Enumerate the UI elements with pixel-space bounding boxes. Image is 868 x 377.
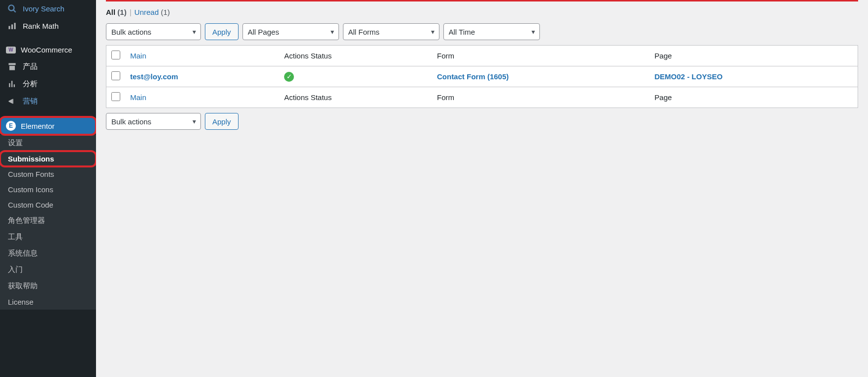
row-main-link[interactable]: test@loy.com (130, 72, 178, 81)
submenu-submissions[interactable]: Submissions (0, 151, 96, 166)
submenu-custom-icons[interactable]: Custom Icons (0, 182, 96, 197)
col-page: Page (655, 52, 672, 60)
row-page-link[interactable]: DEMO02 - LOYSEO (655, 72, 723, 81)
svg-rect-9 (13, 84, 14, 87)
sidebar-item-ivory-search[interactable]: Ivory Search (0, 0, 96, 17)
elementor-submenu: 设置 Submissions Custom Fonts Custom Icons… (0, 135, 96, 310)
analytics-icon (6, 79, 18, 89)
sidebar-item-rank-math[interactable]: Rank Math (0, 17, 96, 35)
megaphone-icon (6, 97, 18, 106)
col-form: Form (437, 52, 454, 60)
submenu-custom-code[interactable]: Custom Code (0, 197, 96, 213)
filter-unread-count: (1) (161, 8, 170, 16)
col-actions-status-foot: Actions Status (284, 93, 332, 102)
tablenav-top: Bulk actions Apply All Pages All Forms A… (106, 23, 858, 40)
search-icon (6, 4, 18, 13)
svg-point-0 (8, 5, 14, 10)
submenu-custom-fonts[interactable]: Custom Fonts (0, 166, 96, 182)
admin-sidebar: Ivory Search Rank Math W WooCommerce 产品 … (0, 0, 96, 377)
filter-all-label: All (106, 8, 115, 16)
bulk-actions-select[interactable]: Bulk actions (106, 23, 201, 40)
submissions-table: Main Actions Status Form Page test@loy.c… (106, 45, 858, 108)
filter-unread-label: Unread (135, 8, 159, 16)
submenu-license[interactable]: License (0, 294, 96, 310)
svg-rect-5 (8, 63, 15, 65)
col-page-foot: Page (655, 93, 672, 102)
sidebar-item-woocommerce[interactable]: W WooCommerce (0, 42, 96, 58)
status-filters: All (1) | Unread (1) (106, 8, 858, 16)
svg-rect-4 (14, 23, 15, 29)
filter-all[interactable]: All (1) (106, 8, 127, 16)
row-select[interactable] (111, 71, 120, 80)
apply-button-top[interactable]: Apply (205, 23, 239, 40)
sidebar-item-label: 营销 (23, 97, 38, 106)
bulk-actions-select-bottom[interactable]: Bulk actions (106, 113, 201, 130)
all-forms-select[interactable]: All Forms (343, 23, 439, 40)
all-pages-select[interactable]: All Pages (242, 23, 339, 40)
svg-rect-3 (11, 24, 12, 29)
sidebar-item-elementor[interactable]: E Elementor (0, 117, 96, 135)
sidebar-item-label: WooCommerce (21, 46, 72, 54)
submenu-role-manager[interactable]: 角色管理器 (0, 213, 96, 229)
svg-rect-6 (9, 66, 14, 70)
svg-rect-8 (11, 81, 12, 87)
sidebar-item-label: Elementor (21, 122, 54, 130)
submenu-system-info[interactable]: 系统信息 (0, 245, 96, 262)
submenu-get-help[interactable]: 获取帮助 (0, 278, 96, 294)
elementor-icon: E (6, 121, 16, 131)
sidebar-item-label: Rank Math (23, 22, 59, 30)
row-form-link[interactable]: Contact Form (1605) (437, 72, 509, 81)
col-actions-status: Actions Status (284, 52, 332, 60)
all-time-select[interactable]: All Time (443, 23, 540, 40)
tablenav-bottom: Bulk actions Apply (106, 113, 858, 130)
apply-button-bottom[interactable]: Apply (205, 113, 239, 130)
svg-rect-7 (9, 83, 10, 87)
submenu-getting-started[interactable]: 入门 (0, 262, 96, 278)
chart-bar-icon (6, 21, 18, 31)
select-all-top[interactable] (111, 51, 120, 59)
svg-rect-10 (12, 99, 13, 104)
svg-line-1 (13, 10, 15, 12)
top-accent-bar (106, 0, 858, 1)
table-row: test@loy.com ✓ Contact Form (1605) DEMO0… (106, 66, 858, 87)
archive-icon (6, 62, 18, 71)
sidebar-item-label: Ivory Search (23, 4, 64, 13)
filter-separator: | (130, 8, 132, 16)
check-circle-icon: ✓ (284, 72, 294, 82)
sidebar-item-label: 产品 (23, 62, 38, 71)
submenu-tools[interactable]: 工具 (0, 229, 96, 245)
filter-all-count: (1) (117, 8, 126, 16)
select-all-bottom[interactable] (111, 92, 120, 101)
sidebar-item-analytics[interactable]: 分析 (0, 75, 96, 93)
svg-rect-2 (8, 26, 10, 29)
col-main-foot[interactable]: Main (130, 93, 146, 102)
filter-unread[interactable]: Unread (1) (135, 8, 170, 16)
main-content: All (1) | Unread (1) Bulk actions Apply … (96, 0, 868, 377)
col-form-foot: Form (437, 93, 454, 102)
woo-icon: W (6, 47, 16, 54)
sidebar-item-marketing[interactable]: 营销 (0, 93, 96, 110)
sidebar-item-products[interactable]: 产品 (0, 58, 96, 75)
submenu-settings[interactable]: 设置 (0, 135, 96, 151)
sidebar-item-label: 分析 (23, 79, 38, 89)
col-main[interactable]: Main (130, 52, 146, 60)
